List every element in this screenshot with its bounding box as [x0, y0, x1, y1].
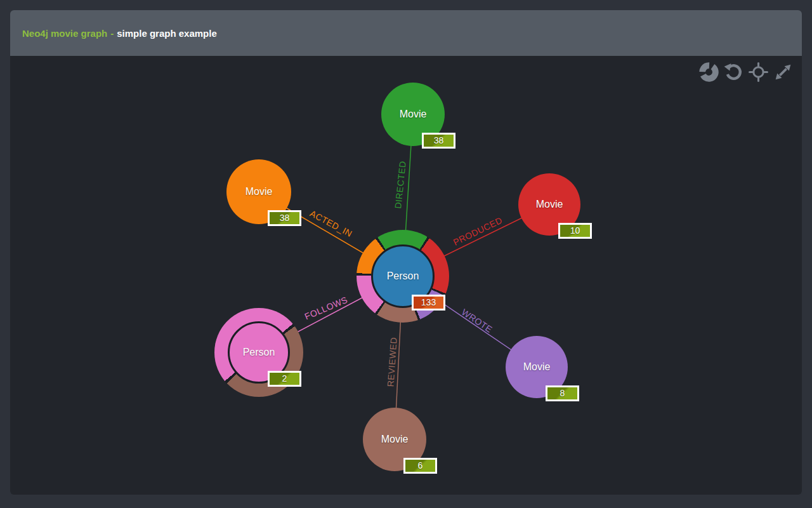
node-count-badge: 38 — [268, 210, 301, 226]
graph-panel: DIRECTEDACTED_INPRODUCEDWROTEREVIEWEDFOL… — [10, 56, 802, 495]
node-count-badge: 8 — [546, 385, 579, 401]
node-label: Movie — [536, 199, 563, 210]
node-count-badge: 38 — [422, 133, 455, 149]
graph-card: Neo4j movie graph - simple graph example — [10, 10, 802, 495]
donut-chart-button[interactable] — [698, 62, 719, 83]
node-count-badge: 133 — [412, 295, 445, 311]
page-subtitle: simple graph example — [117, 28, 217, 39]
node-label: Person — [243, 347, 275, 358]
node-label: Movie — [523, 361, 551, 373]
node-count-badge: 2 — [268, 371, 301, 387]
title-separator: - — [110, 28, 114, 39]
node-count-badge: 10 — [558, 223, 592, 239]
rotate-ccw-icon — [723, 62, 744, 83]
node-count-badge: 6 — [403, 458, 437, 474]
fullscreen-icon — [773, 62, 794, 83]
node-label: Person — [387, 271, 419, 282]
node-label: Movie — [400, 109, 427, 120]
graph-toolbar — [698, 62, 794, 83]
rotate-ccw-button[interactable] — [723, 62, 744, 83]
node-label: Movie — [246, 186, 273, 197]
donut-chart-icon — [698, 62, 719, 83]
page-title: Neo4j movie graph — [22, 28, 107, 39]
center-graph-icon — [748, 62, 769, 83]
center-graph-button[interactable] — [748, 62, 769, 83]
header-bar: Neo4j movie graph - simple graph example — [10, 10, 802, 56]
node-label: Movie — [381, 434, 409, 445]
fullscreen-button[interactable] — [773, 62, 794, 83]
